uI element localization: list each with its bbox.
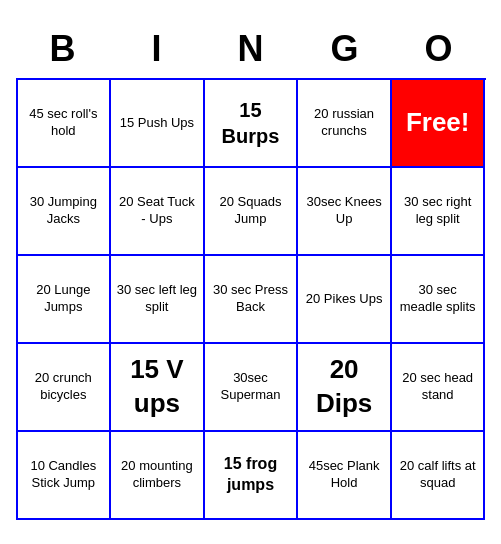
bingo-cell: 15 Burps <box>205 80 299 168</box>
bingo-letter: O <box>392 24 486 74</box>
bingo-letter: G <box>298 24 392 74</box>
bingo-cell: 20 Pikes Ups <box>298 256 392 344</box>
bingo-cell: 20 Seat Tuck - Ups <box>111 168 205 256</box>
bingo-cell: Free! <box>392 80 486 168</box>
bingo-cell: 20 Dips <box>298 344 392 432</box>
bingo-cell: 15 V ups <box>111 344 205 432</box>
bingo-cell: 20 russian crunchs <box>298 80 392 168</box>
bingo-cell: 30 sec right leg split <box>392 168 486 256</box>
bingo-cell: 30sec Knees Up <box>298 168 392 256</box>
bingo-cell: 10 Candles Stick Jump <box>18 432 112 520</box>
bingo-cell: 30sec Superman <box>205 344 299 432</box>
bingo-cell: 45sec Plank Hold <box>298 432 392 520</box>
bingo-cell: 20 mounting climbers <box>111 432 205 520</box>
bingo-cell: 20 Lunge Jumps <box>18 256 112 344</box>
bingo-cell: 20 crunch bicycles <box>18 344 112 432</box>
bingo-cell: 15 Push Ups <box>111 80 205 168</box>
bingo-grid: 45 sec roll's hold15 Push Ups15 Burps20 … <box>16 78 486 520</box>
bingo-cell: 30 sec meadle splits <box>392 256 486 344</box>
bingo-cell: 15 frog jumps <box>205 432 299 520</box>
bingo-cell: 30 sec left leg split <box>111 256 205 344</box>
bingo-cell: 20 sec head stand <box>392 344 486 432</box>
bingo-cell: 20 Squads Jump <box>205 168 299 256</box>
bingo-cell: 30 sec Press Back <box>205 256 299 344</box>
bingo-cell: 30 Jumping Jacks <box>18 168 112 256</box>
bingo-cell: 20 calf lifts at squad <box>392 432 486 520</box>
bingo-letter: I <box>110 24 204 74</box>
bingo-letter: N <box>204 24 298 74</box>
bingo-letter: B <box>16 24 110 74</box>
bingo-header: BINGO <box>16 24 486 74</box>
bingo-cell: 45 sec roll's hold <box>18 80 112 168</box>
bingo-card: BINGO 45 sec roll's hold15 Push Ups15 Bu… <box>6 14 496 530</box>
